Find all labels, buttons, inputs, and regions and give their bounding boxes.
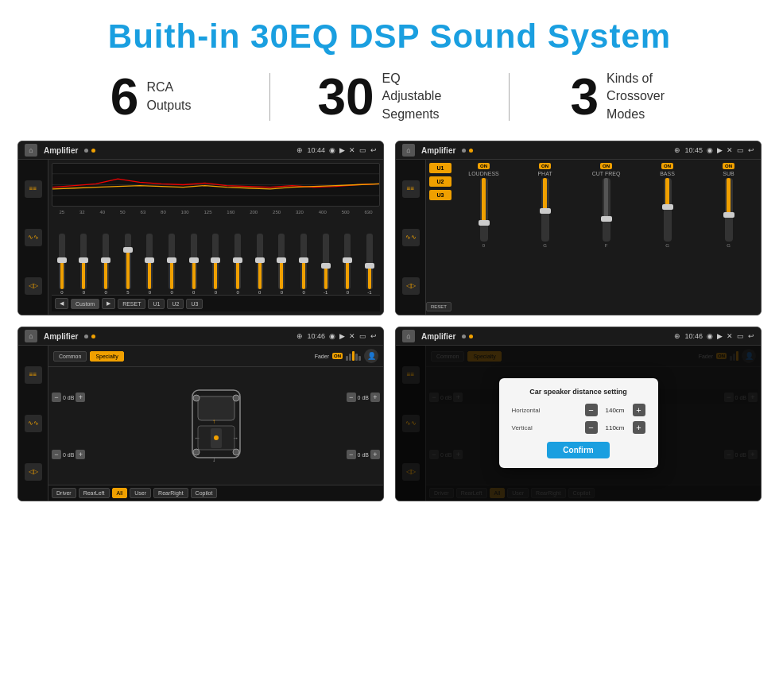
xover-icon-2[interactable]: ∿∿: [402, 229, 420, 246]
spk-home-icon[interactable]: ⌂: [25, 330, 37, 342]
tab-specialty[interactable]: Specialty: [90, 351, 123, 362]
eq-slider-2[interactable]: 0: [103, 234, 109, 295]
eq-slider-10[interactable]: 0: [278, 234, 285, 295]
eq-play-btn[interactable]: ▶: [102, 298, 115, 309]
eq-reset-btn[interactable]: RESET: [118, 299, 145, 309]
spk-back-icon[interactable]: ↩: [370, 332, 377, 340]
horizontal-plus-btn[interactable]: +: [633, 404, 645, 416]
dist-vol-icon: ▶: [717, 332, 723, 340]
eq-slider-8[interactable]: 0: [234, 234, 241, 295]
sdot1: [84, 335, 88, 338]
dist-home-icon[interactable]: ⌂: [402, 330, 415, 342]
right-bot-minus[interactable]: −: [347, 450, 356, 459]
spk-icon-1[interactable]: ≡≡: [25, 366, 42, 384]
eq-slider-7[interactable]: 0: [212, 234, 219, 295]
rear-right-btn[interactable]: RearRight: [153, 488, 188, 498]
eq-slider-4[interactable]: 0: [146, 234, 153, 295]
eq-u1-btn[interactable]: U1: [148, 299, 165, 309]
dist-status-bar: ⌂ Amplifier ⊕ 10:46 ◉ ▶ ✕ ▭ ↩: [396, 327, 761, 346]
xover-home-icon[interactable]: ⌂: [402, 144, 415, 157]
vertical-plus-btn[interactable]: +: [633, 421, 645, 434]
left-top-plus[interactable]: +: [76, 393, 85, 402]
horizontal-value: 140cm: [601, 407, 630, 414]
eq-icon-1[interactable]: ≡≡: [25, 180, 42, 198]
eq-freq-labels: 253240 506380 100125160 200250320 400500…: [52, 210, 380, 215]
ddot1: [462, 335, 466, 338]
eq-u3-btn[interactable]: U3: [186, 299, 203, 309]
right-top-minus[interactable]: −: [347, 393, 356, 402]
spk-icon-2[interactable]: ∿∿: [25, 415, 42, 432]
phat-slider[interactable]: [541, 178, 549, 242]
channel-bass: ON BASS G: [638, 163, 696, 311]
dist-back-icon[interactable]: ↩: [748, 332, 754, 340]
user-btn[interactable]: User: [130, 488, 151, 498]
channel-cutfreq: ON CUT FREQ F: [577, 163, 635, 311]
eq-slider-6[interactable]: 0: [191, 234, 197, 295]
loudness-slider[interactable]: [480, 178, 488, 242]
eq-icon-2[interactable]: ∿∿: [25, 229, 42, 246]
eq-slider-3[interactable]: 5: [125, 234, 131, 295]
stats-row: 6 RCAOutputs 30 EQ AdjustableSegments 3 …: [0, 70, 779, 123]
eq-slider-0[interactable]: 0: [59, 234, 65, 295]
stat-crossover: 3 Kinds ofCrossover Modes: [510, 70, 747, 123]
eq-back-icon[interactable]: ↩: [370, 146, 377, 154]
cutfreq-slider[interactable]: [603, 178, 610, 242]
fader-ctrl: Fader ON 👤: [315, 349, 378, 363]
xover-reset-btn[interactable]: RESET: [426, 302, 452, 311]
xover-icon-3[interactable]: ◁▷: [402, 277, 420, 295]
bass-slider[interactable]: [664, 178, 672, 242]
eq-sliders-row: 0 0 0 5 0 0 0 0 0 0 0 0 -1 0 -1: [52, 216, 380, 295]
rear-left-btn[interactable]: RearLeft: [79, 488, 110, 498]
sub-slider[interactable]: [725, 178, 733, 242]
preset-u2-btn[interactable]: U2: [429, 176, 452, 187]
left-top-minus[interactable]: −: [52, 393, 61, 402]
vertical-minus-btn[interactable]: −: [585, 421, 598, 434]
stat-eq-number: 30: [317, 72, 374, 122]
right-top-db: 0 dB: [358, 395, 369, 400]
confirm-button[interactable]: Confirm: [547, 442, 609, 458]
horizontal-minus-btn[interactable]: −: [585, 404, 598, 416]
preset-u1-btn[interactable]: U1: [429, 163, 452, 173]
eq-prev-btn[interactable]: ◀: [55, 298, 68, 309]
eq-slider-14[interactable]: -1: [366, 234, 373, 295]
left-bot-plus[interactable]: +: [76, 450, 85, 459]
spk-content: ≡≡ ∿∿ ◁▷ Common Specialty Fader ON: [18, 346, 383, 501]
spk-close-icon: ✕: [349, 332, 355, 340]
stat-eq-label: EQ AdjustableSegments: [382, 70, 462, 123]
svg-text:→: →: [232, 435, 238, 442]
xover-vol-icon: ▶: [717, 146, 723, 154]
eq-slider-1[interactable]: 0: [80, 234, 87, 295]
eq-camera-icon: ◉: [329, 146, 335, 154]
spk-icon-3[interactable]: ◁▷: [25, 463, 42, 481]
copilot-btn[interactable]: Copilot: [191, 488, 218, 498]
eq-slider-12[interactable]: -1: [323, 234, 329, 295]
profile-icon[interactable]: 👤: [364, 349, 378, 363]
preset-u3-btn[interactable]: U3: [429, 190, 452, 200]
svg-text:↑: ↑: [212, 418, 215, 425]
svg-point-7: [214, 435, 219, 440]
eq-slider-9[interactable]: 0: [257, 234, 263, 295]
eq-preset-btn[interactable]: Custom: [71, 299, 99, 309]
right-bot-plus[interactable]: +: [370, 450, 380, 459]
driver-btn[interactable]: Driver: [52, 488, 76, 498]
all-btn[interactable]: All: [112, 488, 128, 498]
xover-back-icon[interactable]: ↩: [748, 146, 754, 154]
eq-slider-5[interactable]: 0: [169, 234, 175, 295]
tab-common[interactable]: Common: [53, 351, 87, 362]
dist-status-dots: [462, 335, 473, 338]
right-top-plus[interactable]: +: [370, 393, 380, 402]
svg-point-12: [193, 395, 200, 401]
sub-val: G: [727, 243, 731, 248]
car-diagram-svg: ↑ ↓ ← →: [180, 382, 252, 470]
left-bot-minus[interactable]: −: [52, 450, 61, 459]
eq-icon-3[interactable]: ◁▷: [25, 277, 42, 295]
channel-phat: ON PHAT G: [516, 163, 574, 311]
eq-home-icon[interactable]: ⌂: [25, 144, 37, 157]
eq-slider-11[interactable]: 0: [300, 234, 307, 295]
eq-u2-btn[interactable]: U2: [167, 299, 184, 309]
xover-icon-1[interactable]: ≡≡: [402, 180, 420, 198]
dist-content: ≡≡ ∿∿ ◁▷ Common Specialty Fader ON: [396, 346, 761, 501]
eq-slider-13[interactable]: 0: [344, 234, 351, 295]
horizontal-row: Horizontal − 140cm +: [512, 404, 645, 416]
loudness-on-badge: ON: [478, 163, 490, 169]
